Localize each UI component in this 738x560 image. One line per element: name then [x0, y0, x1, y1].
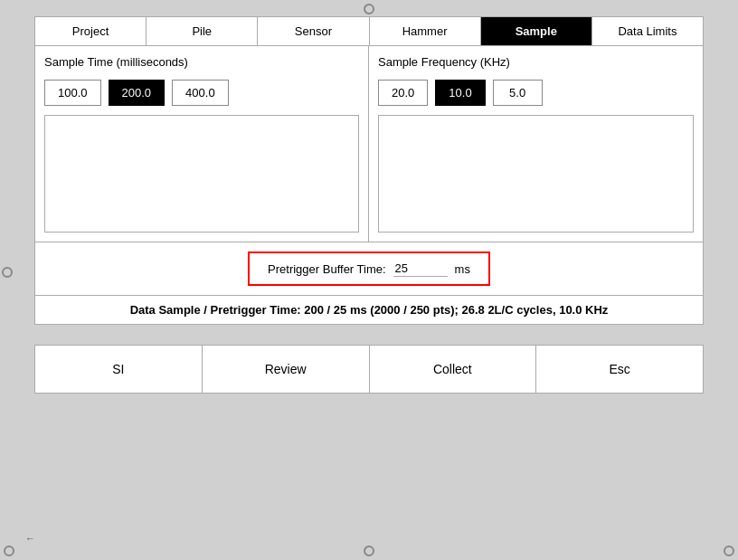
pretrigger-label: Pretrigger Buffer Time:: [268, 262, 386, 276]
content-area: Sample Time (milliseconds) 100.0 200.0 4…: [35, 46, 703, 242]
top-indicator: [364, 4, 374, 14]
info-row: Data Sample / Pretrigger Time: 200 / 25 …: [35, 296, 703, 324]
btn-si[interactable]: SI: [35, 346, 203, 393]
tab-sensor[interactable]: Sensor: [258, 17, 369, 45]
tab-pile[interactable]: Pile: [147, 17, 258, 45]
sample-time-options: 100.0 200.0 400.0: [44, 80, 359, 106]
left-section: Sample Time (milliseconds) 100.0 200.0 4…: [35, 46, 369, 242]
sample-freq-5[interactable]: 5.0: [493, 80, 543, 106]
btn-esc[interactable]: Esc: [536, 346, 703, 393]
tab-hammer[interactable]: Hammer: [370, 17, 481, 45]
bottom-left-indicator: [4, 546, 14, 556]
bottom-center-indicator: [364, 546, 374, 556]
btn-collect[interactable]: Collect: [370, 346, 537, 393]
pretrigger-row: Pretrigger Buffer Time: ms: [35, 242, 703, 296]
right-section: Sample Frequency (KHz) 20.0 10.0 5.0: [369, 46, 703, 242]
pretrigger-input[interactable]: [393, 261, 448, 277]
pretrigger-box: Pretrigger Buffer Time: ms: [248, 252, 490, 286]
pretrigger-unit: ms: [455, 262, 470, 276]
sample-time-100[interactable]: 100.0: [44, 80, 101, 106]
arrow-left-icon: ←: [25, 533, 35, 544]
tab-sample[interactable]: Sample: [481, 17, 592, 45]
btn-review[interactable]: Review: [203, 346, 370, 393]
tab-project[interactable]: Project: [35, 17, 147, 45]
sample-time-label: Sample Time (milliseconds): [44, 55, 359, 69]
main-container: Project Pile Sensor Hammer Sample Data L…: [0, 0, 738, 560]
left-empty-box: [44, 115, 359, 233]
tab-data-limits[interactable]: Data Limits: [592, 17, 703, 45]
sample-freq-label: Sample Frequency (KHz): [378, 55, 694, 69]
tab-row: Project Pile Sensor Hammer Sample Data L…: [35, 17, 703, 46]
bottom-right-indicator: [724, 546, 734, 556]
sample-freq-20[interactable]: 20.0: [378, 80, 428, 106]
sample-freq-options: 20.0 10.0 5.0: [378, 80, 694, 106]
sample-time-200[interactable]: 200.0: [109, 80, 166, 106]
left-indicator: [2, 267, 13, 278]
bottom-button-row: SI Review Collect Esc: [34, 345, 704, 394]
right-empty-box: [378, 115, 694, 233]
sample-time-400[interactable]: 400.0: [172, 80, 229, 106]
sample-freq-10[interactable]: 10.0: [435, 80, 485, 106]
main-panel: Project Pile Sensor Hammer Sample Data L…: [34, 16, 704, 325]
